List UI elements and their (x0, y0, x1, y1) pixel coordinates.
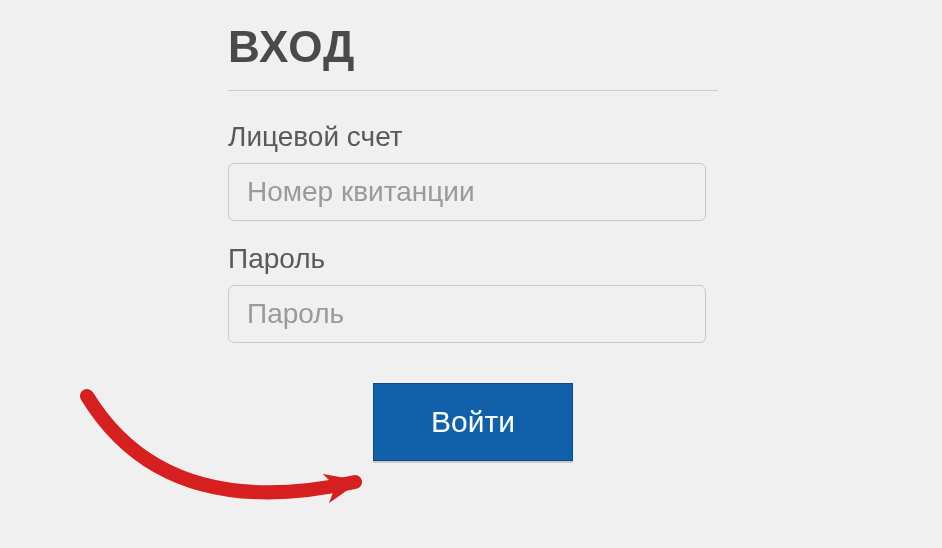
account-label: Лицевой счет (228, 121, 718, 153)
submit-row: Войти (228, 383, 718, 461)
account-field-group: Лицевой счет (228, 121, 718, 221)
account-input[interactable] (228, 163, 706, 221)
password-input[interactable] (228, 285, 706, 343)
password-label: Пароль (228, 243, 718, 275)
login-form: ВХОД Лицевой счет Пароль Войти (228, 22, 718, 461)
login-button[interactable]: Войти (373, 383, 573, 461)
title-divider (228, 90, 718, 91)
page-title: ВХОД (228, 22, 718, 72)
password-field-group: Пароль (228, 243, 718, 343)
